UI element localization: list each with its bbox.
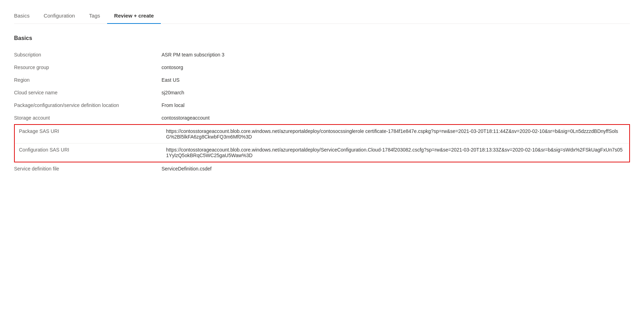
field-value-resource-group: contosorg [162,61,630,74]
field-value-storage-account: contosstorageaccount [162,112,630,124]
table-row: Region East US [14,74,630,86]
highlighted-fields-table: Package SAS URI https://contosstorageacc… [14,124,630,162]
field-label-package-config-location: Package/configuration/service definition… [14,99,162,112]
field-label-configuration-sas-uri: Configuration SAS URI [14,143,162,162]
table-row: Resource group contosorg [14,61,630,74]
table-row-configuration-sas-uri: Configuration SAS URI https://contosstor… [14,143,630,162]
table-row: Subscription ASR PM team subscription 3 [14,48,630,61]
field-label-storage-account: Storage account [14,112,162,124]
table-row: Package/configuration/service definition… [14,99,630,112]
table-row-service-definition: Service definition file ServiceDefinitio… [14,162,630,175]
tab-tags[interactable]: Tags [82,8,107,24]
field-label-region: Region [14,74,162,86]
table-row-package-sas-uri: Package SAS URI https://contosstorageacc… [14,125,630,143]
table-row: Storage account contosstorageaccount [14,112,630,124]
field-value-subscription: ASR PM team subscription 3 [162,48,630,61]
field-label-service-definition-file: Service definition file [14,162,162,175]
after-highlighted-table: Service definition file ServiceDefinitio… [14,162,630,175]
field-label-package-sas-uri: Package SAS URI [14,125,162,143]
field-value-package-sas-uri: https://contosstorageaccount.blob.core.w… [162,125,630,143]
field-value-region: East US [162,74,630,86]
field-label-resource-group: Resource group [14,61,162,74]
fields-table: Subscription ASR PM team subscription 3 … [14,48,630,124]
field-label-subscription: Subscription [14,48,162,61]
page-container: Basics Configuration Tags Review + creat… [0,0,644,183]
tab-configuration[interactable]: Configuration [37,8,82,24]
section-title: Basics [14,35,630,41]
tab-basics[interactable]: Basics [14,8,37,24]
field-value-package-config-location: From local [162,99,630,112]
field-value-service-definition-file: ServiceDefinition.csdef [162,162,630,175]
tabs-bar: Basics Configuration Tags Review + creat… [14,8,630,24]
field-value-configuration-sas-uri: https://contosstorageaccount.blob.core.w… [162,143,630,162]
field-label-cloud-service-name: Cloud service name [14,86,162,99]
field-value-cloud-service-name: sj20march [162,86,630,99]
basics-section: Basics Subscription ASR PM team subscrip… [14,35,630,175]
table-row: Cloud service name sj20march [14,86,630,99]
tab-review-create[interactable]: Review + create [107,8,161,24]
